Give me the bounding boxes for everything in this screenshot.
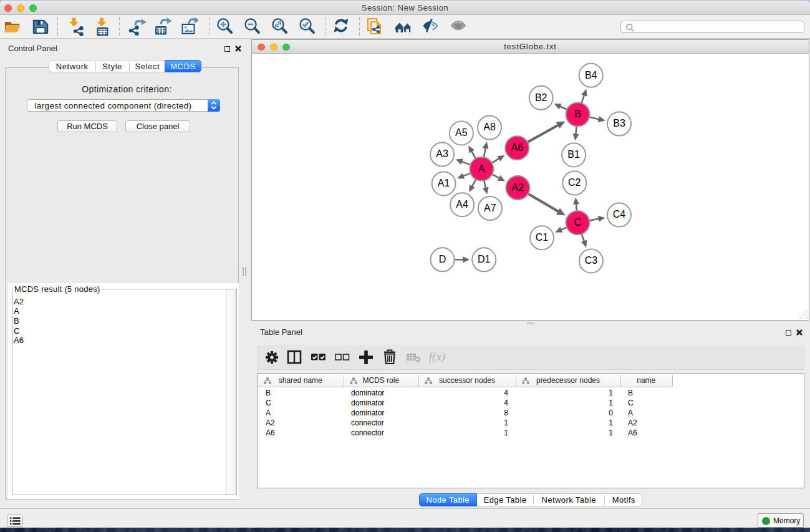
svg-text:A6: A6 <box>511 142 524 153</box>
svg-text:A5: A5 <box>455 127 468 138</box>
svg-text:C3: C3 <box>585 255 598 266</box>
svg-text:A1: A1 <box>438 178 450 188</box>
svg-text:A2: A2 <box>512 182 524 193</box>
svg-text:C4: C4 <box>613 209 626 220</box>
svg-text:B4: B4 <box>585 70 597 80</box>
svg-text:C: C <box>574 217 582 228</box>
svg-text:C1: C1 <box>536 232 549 243</box>
svg-text:B3: B3 <box>613 118 625 128</box>
svg-text:D: D <box>439 254 446 264</box>
svg-text:A7: A7 <box>484 203 496 213</box>
svg-text:B2: B2 <box>535 92 547 103</box>
svg-text:B: B <box>574 109 581 119</box>
svg-text:C2: C2 <box>568 177 581 188</box>
svg-text:D1: D1 <box>478 254 491 264</box>
svg-text:A8: A8 <box>483 122 496 132</box>
svg-text:B1: B1 <box>567 149 580 160</box>
svg-text:A4: A4 <box>456 199 468 210</box>
svg-text:A3: A3 <box>436 148 448 159</box>
svg-text:A: A <box>478 163 485 174</box>
